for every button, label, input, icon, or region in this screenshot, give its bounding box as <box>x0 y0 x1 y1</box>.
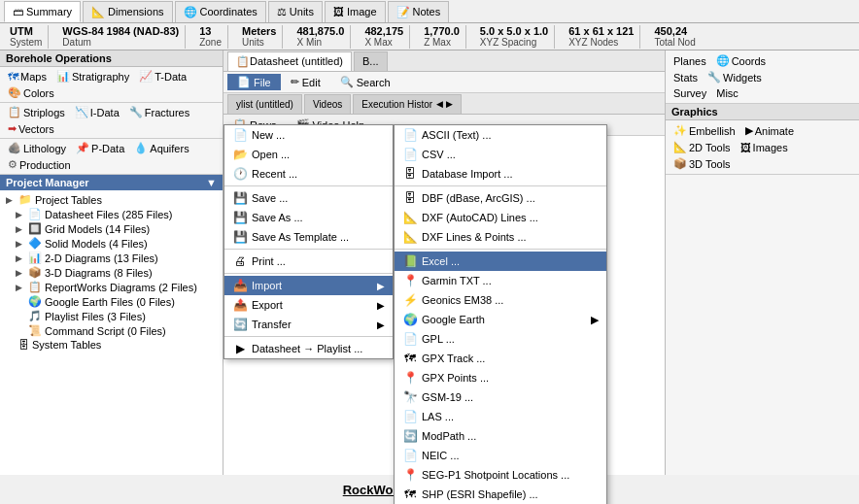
import-google-earth[interactable]: 🌍 Google Earth ▶ <box>395 310 606 329</box>
images-icon: 🖼 <box>740 142 751 153</box>
dd-save[interactable]: 💾 Save ... <box>224 188 393 208</box>
utm-zmax-value: 1,770.0 <box>424 25 460 37</box>
embellish-btn[interactable]: ✨Embellish <box>670 123 739 138</box>
import-shp[interactable]: 🗺 SHP (ESRI Shapefile) ... <box>395 485 606 504</box>
import-modpath[interactable]: 🔄 ModPath ... <box>395 426 606 446</box>
tab-notes[interactable]: 📝 Notes <box>388 1 450 22</box>
dd-new[interactable]: 📄 New ... <box>224 125 393 145</box>
dd-datasheet-playlist[interactable]: ▶ Datasheet → Playlist ... <box>224 339 393 358</box>
tab-units[interactable]: ⚖ Units <box>268 1 323 22</box>
widgets-btn[interactable]: 🔧Widgets <box>704 70 766 84</box>
import-gsm19[interactable]: 🔭 GSM-19 ... <box>395 387 606 407</box>
datasheet-tab-untitled[interactable]: 📋 Datasheet (untitled) <box>227 51 352 71</box>
stats-row2: Stats 🔧Widgets <box>670 69 855 85</box>
aquifers-btn[interactable]: 💧Aquifers <box>130 141 192 155</box>
tree-2d-diagrams[interactable]: ▶ 📊 2-D Diagrams (13 Files) <box>0 251 223 265</box>
tree-command-script[interactable]: 📜 Command Script (0 Files) <box>0 323 223 338</box>
tree-reportworks[interactable]: ▶ 📋 ReportWorks Diagrams (2 Files) <box>0 280 223 294</box>
idata-btn[interactable]: 📉I-Data <box>71 105 123 119</box>
tree-project-tables[interactable]: ▶ 📁 Project Tables <box>0 192 223 207</box>
tab-coordinates-label: Coordinates <box>200 6 258 17</box>
dd-print[interactable]: 🖨 Print ... <box>224 252 393 271</box>
tab-coordinates[interactable]: 🌐 Coordinates <box>175 1 266 22</box>
images-btn[interactable]: 🖼Images <box>737 141 792 154</box>
import-database[interactable]: 🗄 Database Import ... <box>395 164 606 184</box>
misc-btn[interactable]: Misc <box>712 86 742 100</box>
tab-image[interactable]: 🖼 Image <box>325 1 386 22</box>
import-dxf-lines[interactable]: 📐 DXF (AutoCAD) Lines ... <box>395 208 606 227</box>
more-tabs-icon: ◀ ▶ <box>436 99 453 109</box>
sysdb-icon: 🗄 <box>18 339 29 351</box>
stats-btn[interactable]: Stats <box>670 71 702 84</box>
stratigraphy-btn[interactable]: 📊Stratigraphy <box>52 69 133 84</box>
planes-btn[interactable]: Planes <box>670 54 710 68</box>
import-las[interactable]: 📄 LAS ... <box>395 407 606 426</box>
import-gpl[interactable]: 📄 GPL ... <box>395 329 606 349</box>
utm-zmax-label: Z Max <box>424 37 460 48</box>
dd-import[interactable]: 📥 Import ▶ <box>224 276 393 295</box>
dd-recent[interactable]: 🕐 Recent ... <box>224 164 393 184</box>
dd-transfer[interactable]: 🔄 Transfer ▶ <box>224 315 393 334</box>
tree-arrow: ▶ <box>16 210 25 219</box>
tab-ylist[interactable]: ylist (untitled) <box>227 94 302 114</box>
tree-arrow: ▶ <box>16 283 25 292</box>
colors-btn[interactable]: 🎨Colors <box>4 85 58 100</box>
tab-execution-history[interactable]: Execution Histor ◀ ▶ <box>353 94 461 114</box>
db-icon: 🗄 <box>402 167 418 181</box>
import-garmin[interactable]: 📍 Garmin TXT ... <box>395 271 606 290</box>
tree-solid-models[interactable]: ▶ 🔷 Solid Models (4 Files) <box>0 236 223 251</box>
maps-btn[interactable]: 🗺Maps <box>4 69 51 84</box>
dd-export[interactable]: 📤 Export ▶ <box>224 295 393 315</box>
tree-google-earth[interactable]: 🌍 Google Earth Files (0 Files) <box>0 294 223 309</box>
import-excel[interactable]: 📗 Excel ... <box>395 252 606 271</box>
dd-saveastemplate[interactable]: 💾 Save As Template ... <box>224 227 393 247</box>
tree-system-tables[interactable]: 🗄 System Tables <box>0 338 223 352</box>
tab-summary[interactable]: 🗃 Summary <box>4 1 81 22</box>
import-csv[interactable]: 📄 CSV ... <box>395 145 606 164</box>
import-geonics[interactable]: ⚡ Geonics EM38 ... <box>395 290 606 310</box>
dd-open[interactable]: 📂 Open ... <box>224 145 393 164</box>
tab-videos[interactable]: Videos <box>304 94 351 114</box>
top-tab-bar: 🗃 Summary 📐 Dimensions 🌐 Coordinates ⚖ U… <box>0 0 859 23</box>
dd-saveas[interactable]: 💾 Save As ... <box>224 208 393 227</box>
tree-arrow: ▶ <box>6 195 16 205</box>
import-gpx-track[interactable]: 🗺 GPX Track ... <box>395 349 606 368</box>
datasheet-tab-b[interactable]: B... <box>354 51 388 71</box>
tree-3d-diagrams[interactable]: ▶ 📦 3-D Diagrams (8 Files) <box>0 265 223 280</box>
import-dbf[interactable]: 🗄 DBF (dBase, ArcGIS) ... <box>395 188 606 208</box>
tdata-btn[interactable]: 📈T-Data <box>135 69 190 84</box>
pdata-btn[interactable]: 📌P-Data <box>72 141 128 155</box>
coords-btn[interactable]: 🌐Coords <box>712 53 770 68</box>
utm-xmin-value: 481,875.0 <box>296 25 344 37</box>
import-gpx-points[interactable]: 📍 GPX Points ... <box>395 368 606 387</box>
menu-edit[interactable]: ✏ Edit <box>281 74 330 90</box>
animate-btn[interactable]: ▶Animate <box>741 123 798 138</box>
vectors-btn[interactable]: ➡Vectors <box>4 121 58 136</box>
import-dxf-lines-points[interactable]: 📐 DXF Lines & Points ... <box>395 227 606 247</box>
production-btn[interactable]: ⚙Production <box>4 157 75 172</box>
tab-dimensions[interactable]: 📐 Dimensions <box>83 1 172 22</box>
striplogs-btn[interactable]: 📋Striplogs <box>4 105 69 119</box>
lithology-btn[interactable]: 🪨Lithology <box>4 141 70 155</box>
report-icon: 📋 <box>28 281 42 293</box>
utm-total-group: 450,24 Total Nod <box>648 25 701 49</box>
imp-sep1 <box>395 185 606 186</box>
utm-zmax-group: 1,770.0 Z Max <box>418 25 466 49</box>
survey-btn[interactable]: Survey <box>670 86 710 100</box>
utm-units-label: Units <box>242 37 276 48</box>
menu-file[interactable]: 📄 File <box>227 74 281 90</box>
menu-search[interactable]: 🔍 Search <box>330 74 400 90</box>
3dtools-btn[interactable]: 📦3D Tools <box>670 156 735 171</box>
fractures-btn[interactable]: 🔧Fractures <box>125 105 193 119</box>
import-segp1[interactable]: 📍 SEG-P1 Shotpoint Locations ... <box>395 465 606 485</box>
utm-total-value: 450,24 <box>654 25 695 37</box>
tree-playlist[interactable]: 🎵 Playlist Files (3 Files) <box>0 309 223 323</box>
tree-grid-models[interactable]: ▶ 🔲 Grid Models (14 Files) <box>0 221 223 236</box>
stats-row1: Planes 🌐Coords <box>670 52 855 69</box>
gpl-icon: 📄 <box>402 332 418 346</box>
2dtools-btn[interactable]: 📐2D Tools <box>670 140 735 154</box>
import-neic[interactable]: 📄 NEIC ... <box>395 446 606 465</box>
tree-datasheet-files[interactable]: ▶ 📄 Datasheet Files (285 Files) <box>0 207 223 221</box>
import-ascii[interactable]: 📄 ASCII (Text) ... <box>395 125 606 145</box>
file-dropdown: 📄 New ... 📂 Open ... 🕐 Recent ... 💾 Save… <box>223 124 394 359</box>
